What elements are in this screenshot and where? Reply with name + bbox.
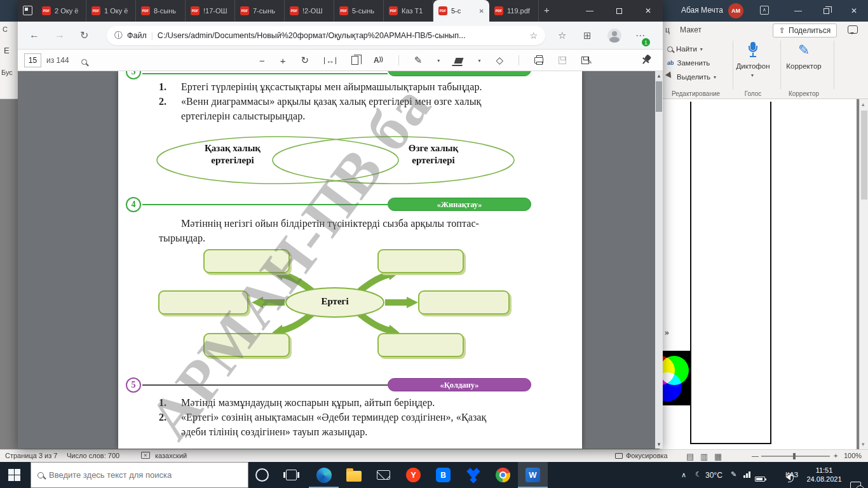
word-account-name[interactable]: Абая Мечта (681, 6, 723, 15)
pen-dropdown-icon[interactable]: ▾ (437, 58, 440, 64)
browser-tab[interactable]: PDFКаз Т1 (384, 0, 433, 22)
zoom-in-control[interactable]: + (834, 452, 837, 459)
dictate-button[interactable] (746, 42, 760, 61)
taskbar-yandex-icon[interactable]: Y (398, 462, 428, 488)
proofing-icon[interactable]: ✕ (141, 452, 150, 459)
tray-language[interactable]: ҚАЗ (785, 471, 798, 478)
collections-icon[interactable]: ⊞ (583, 30, 592, 41)
taskbar-chrome-icon[interactable] (488, 462, 518, 488)
battery-icon[interactable] (755, 477, 765, 482)
refresh-icon[interactable]: ↻ (80, 29, 88, 41)
tray-show-hidden-icon[interactable]: ∧ (681, 471, 686, 479)
browser-tab[interactable]: PDF7-сынь (235, 0, 285, 22)
browser-tab[interactable]: PDF5-сынь (334, 0, 384, 22)
view-web-layout-icon[interactable]: ▦ (714, 452, 722, 461)
word-minimize-button[interactable]: — (784, 0, 812, 22)
highlighter-icon[interactable] (454, 58, 464, 64)
zoom-out-icon[interactable]: − (259, 55, 265, 66)
page-number-input[interactable]: 15 (24, 53, 41, 67)
weather-moon-icon[interactable]: ☾ (695, 470, 702, 478)
browser-tab-active[interactable]: PDF5-с✕ (433, 0, 489, 22)
ribbon-tab-fragment[interactable]: ц (665, 25, 670, 34)
status-focus[interactable]: Фокусировка (615, 452, 668, 459)
status-word-count[interactable]: Число слов: 700 (67, 452, 119, 459)
start-button[interactable] (8, 469, 20, 481)
view-read-mode-icon[interactable]: ▤ (686, 452, 694, 461)
info-icon[interactable]: ⓘ (114, 30, 123, 41)
pdf-scrollbar[interactable]: ▴ ▾ (655, 71, 663, 449)
taskbar-explorer-icon[interactable] (339, 462, 369, 488)
tray-temperature[interactable]: 30°C (705, 471, 722, 480)
add-favorite-star-icon[interactable]: ☆ (529, 30, 538, 41)
browser-tab[interactable]: PDF119.pdf (489, 0, 539, 22)
browser-tab[interactable]: PDF!17-ОШ (186, 0, 235, 22)
zoom-percent[interactable]: 100% (844, 452, 862, 459)
task-view-button[interactable] (286, 470, 297, 480)
new-tab-button[interactable]: + (544, 4, 550, 15)
browser-tab[interactable]: PDF2 Оку ё (37, 0, 86, 22)
status-page[interactable]: Страница 3 из 7 (5, 452, 57, 459)
taskbar-edge-icon[interactable] (309, 462, 339, 488)
profile-avatar-icon[interactable] (607, 29, 621, 43)
zoom-slider-track[interactable] (761, 456, 830, 457)
view-print-layout-icon[interactable]: ▥ (700, 452, 708, 461)
word-avatar[interactable]: АМ (728, 3, 743, 18)
url-field[interactable]: ⓘ Файл | C:/Users/admin/Documents/Новый%… (107, 26, 545, 45)
ribbon-tab-layout[interactable]: Макет (680, 25, 702, 34)
tab-actions-icon[interactable] (23, 6, 32, 15)
browser-tab[interactable]: PDF!2-ОШ (285, 0, 334, 22)
eraser-icon[interactable]: ◇ (496, 55, 503, 66)
tab-close-icon[interactable]: ✕ (479, 8, 484, 15)
replace-button[interactable]: ab Заменить (667, 57, 710, 69)
read-aloud-icon[interactable]: A)) (374, 56, 383, 65)
back-icon[interactable]: ← (29, 29, 39, 41)
scroll-down-icon[interactable]: ▾ (862, 441, 865, 447)
pdf-scroll-thumb[interactable] (656, 81, 662, 112)
editor-button[interactable]: ✎ (798, 43, 810, 57)
highlighter-dropdown-icon[interactable]: ▾ (478, 58, 480, 64)
word-scrollbar[interactable]: ▴ ▾ (859, 99, 868, 449)
share-button[interactable]: ⇧ Поделиться (773, 24, 837, 37)
word-scroll-thumb[interactable] (861, 111, 867, 200)
url-text[interactable]: C:/Users/admin/Documents/Новый%20формат/… (158, 31, 526, 40)
rotate-icon[interactable]: ↻ (301, 55, 309, 66)
save-as-icon[interactable]: ✎ (581, 57, 589, 64)
taskbar-dropbox-icon[interactable] (458, 462, 488, 488)
ribbon-display-options-icon[interactable]: ∧ (760, 6, 769, 15)
zoom-out-control[interactable]: — (752, 452, 759, 459)
edge-maximize-button[interactable] (604, 0, 634, 22)
save-icon[interactable] (559, 57, 566, 64)
page-view-icon[interactable] (351, 56, 358, 65)
taskbar-vk-icon[interactable]: В (428, 462, 458, 488)
network-icon[interactable] (743, 471, 750, 478)
tray-clock[interactable]: 11:51 24.08.2021 (804, 466, 844, 484)
browser-tab[interactable]: PDF8-сынь (136, 0, 186, 22)
status-language[interactable]: казахский (155, 452, 187, 459)
chevron-down-icon[interactable]: ▾ (751, 72, 754, 78)
tray-pen-icon[interactable]: ✎ (731, 470, 736, 478)
scroll-up-icon[interactable]: ▴ (862, 101, 865, 107)
scroll-up-icon[interactable]: ▴ (655, 72, 663, 79)
fit-to-width-icon[interactable]: ↔ (324, 57, 336, 64)
print-icon[interactable] (534, 57, 543, 64)
edge-minimize-button[interactable]: — (575, 0, 604, 22)
zoom-in-icon[interactable]: + (280, 55, 286, 66)
forward-icon[interactable]: → (55, 29, 65, 41)
pdf-search-icon[interactable] (81, 56, 87, 67)
taskbar-search[interactable] (31, 462, 248, 488)
browser-tab[interactable]: PDF1 Оку ё (86, 0, 136, 22)
scroll-down-icon[interactable]: ▾ (655, 441, 663, 447)
pin-toolbar-icon[interactable] (639, 53, 654, 67)
word-close-button[interactable]: ✕ (840, 0, 868, 22)
favorites-bar-icon[interactable]: ☆ (558, 30, 566, 41)
comment-icon[interactable] (848, 25, 858, 34)
taskbar-mail-icon[interactable] (369, 462, 398, 488)
cortana-button[interactable] (255, 468, 269, 482)
find-button[interactable]: Найти ▾ (667, 43, 703, 55)
word-restore-button[interactable] (812, 0, 840, 22)
action-center-icon[interactable]: 1 (850, 482, 861, 488)
zoom-slider-thumb[interactable] (793, 453, 796, 459)
taskbar-word-icon[interactable]: W (518, 462, 548, 488)
edge-close-button[interactable]: ✕ (634, 0, 663, 22)
draw-pen-icon[interactable]: ✎ (414, 55, 423, 66)
